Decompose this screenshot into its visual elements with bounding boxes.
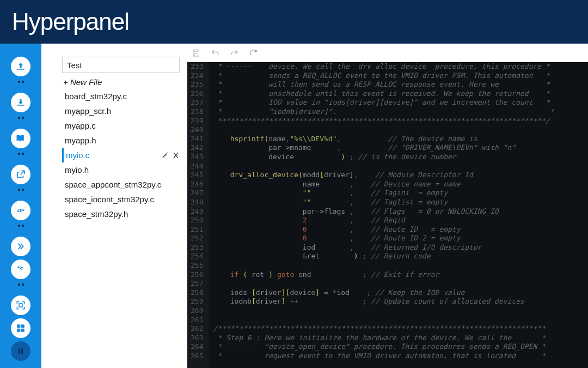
save-button[interactable]	[192, 49, 201, 58]
file-item[interactable]: myapp.h	[62, 133, 180, 148]
file-item[interactable]: myio.h	[62, 162, 180, 177]
sidebar-dots	[11, 81, 30, 83]
file-list: board_stm32py.cmyapp_scr.hmyapp.cmyapp.h…	[62, 89, 180, 221]
sidebar-dots	[11, 225, 30, 227]
file-item[interactable]: myapp_scr.h	[62, 104, 180, 118]
sidebar-upload[interactable]	[11, 57, 30, 76]
sidebar-dots	[11, 153, 30, 155]
svg-rect-1	[21, 324, 24, 328]
file-item[interactable]: space_stm32py.h	[62, 207, 180, 221]
app-header: Hyperpanel	[0, 0, 588, 44]
sidebar-focus[interactable]	[11, 295, 30, 315]
sidebar-dots	[11, 283, 30, 286]
close-file-button[interactable]: X	[173, 150, 179, 160]
new-file-button[interactable]: + New File	[62, 75, 180, 89]
refresh-button[interactable]	[249, 49, 258, 58]
file-name: myapp_scr.h	[65, 106, 111, 116]
editor-area: 2332342352362372382392402412422432442452…	[187, 44, 588, 368]
file-name: myio.h	[65, 165, 89, 174]
file-item[interactable]: space_iocont_stm32py.c	[62, 192, 180, 207]
sidebar-dots	[11, 189, 30, 191]
sidebar-tools[interactable]	[11, 260, 30, 279]
sidebar: ZIP	[0, 44, 41, 368]
sidebar-pause[interactable]	[11, 341, 30, 361]
svg-rect-0	[17, 324, 20, 328]
file-name: space_iocont_stm32py.c	[65, 195, 154, 204]
file-name: space_appcont_stm32py.c	[65, 180, 161, 189]
file-panel: + New File board_stm32py.cmyapp_scr.hmya…	[41, 44, 187, 368]
sidebar-layout[interactable]	[11, 318, 30, 338]
sidebar-forward[interactable]	[11, 237, 30, 256]
svg-rect-4	[19, 348, 20, 353]
svg-rect-3	[21, 329, 24, 332]
file-name: board_stm32py.c	[65, 92, 127, 101]
sidebar-download[interactable]	[11, 93, 30, 112]
file-item[interactable]: myio.cX	[62, 148, 180, 162]
content: + New File board_stm32py.cmyapp_scr.hmya…	[41, 44, 588, 368]
editor-toolbar	[187, 44, 588, 62]
file-name: myapp.c	[65, 121, 96, 130]
code-content[interactable]: * ------ device. We call the drv_alloc_d…	[209, 62, 554, 368]
line-gutter: 2332342352362372382392402412422432442452…	[187, 62, 209, 368]
file-item[interactable]: board_stm32py.c	[62, 89, 180, 104]
sidebar-book[interactable]	[11, 129, 30, 148]
file-name: myio.c	[66, 150, 89, 160]
file-item[interactable]: myapp.c	[62, 118, 180, 133]
workspace: + New File board_stm32py.cmyapp_scr.hmya…	[41, 44, 588, 368]
svg-rect-5	[21, 348, 23, 353]
sidebar-zip[interactable]: ZIP	[11, 201, 30, 220]
redo-button[interactable]	[230, 49, 239, 58]
svg-rect-2	[17, 329, 20, 332]
project-name-input[interactable]	[62, 57, 180, 73]
sidebar-dots	[11, 117, 30, 119]
edit-icon[interactable]	[162, 152, 169, 159]
file-item[interactable]: space_appcont_stm32py.c	[62, 177, 180, 192]
app-title: Hyperpanel	[12, 8, 129, 35]
undo-button[interactable]	[211, 49, 220, 58]
sidebar-export[interactable]	[11, 165, 30, 184]
code-editor[interactable]: 2332342352362372382392402412422432442452…	[187, 62, 588, 368]
main-area: ZIP + New File board_stm32py.cmyapp_scr.…	[0, 44, 588, 368]
file-name: myapp.h	[65, 136, 96, 145]
file-name: space_stm32py.h	[65, 209, 128, 219]
